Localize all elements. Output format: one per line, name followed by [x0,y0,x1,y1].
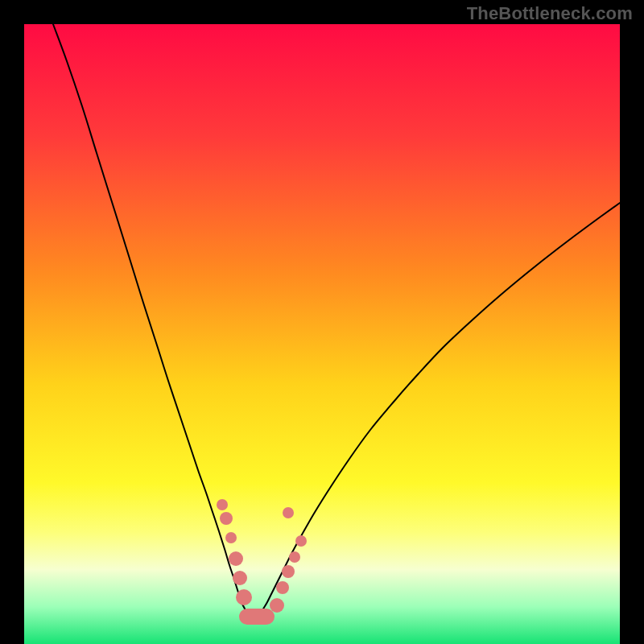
watermark-text: TheBottleneck.com [467,3,633,24]
plot-background [24,24,620,644]
marker [276,581,289,594]
marker [217,499,228,510]
chart-svg [0,0,644,644]
marker [229,551,243,566]
marker [236,589,252,605]
chart-frame: { "watermark": "TheBottleneck.com", "cha… [0,0,644,644]
marker [282,565,295,578]
marker [225,532,237,543]
marker [220,512,233,525]
marker [289,551,300,563]
marker [295,535,307,547]
marker [270,598,284,613]
marker [283,507,294,518]
marker [239,609,275,625]
marker [233,571,247,585]
